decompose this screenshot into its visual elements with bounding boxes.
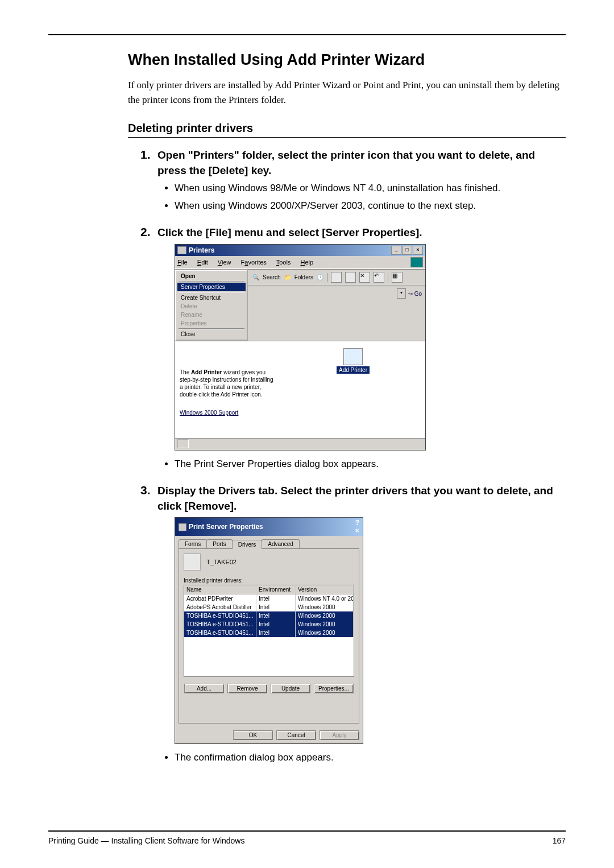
step-2: 2. Click the [File] menu and select [Ser…: [140, 225, 566, 478]
menu-item-properties: Properties: [177, 319, 246, 328]
menu-item-close[interactable]: Close: [177, 330, 246, 338]
views-icon[interactable]: ▦: [392, 272, 403, 283]
minimize-icon[interactable]: _: [391, 246, 401, 255]
intro-paragraph: If only printer drivers are installed by…: [128, 78, 566, 107]
print-server-properties-screenshot: Print Server Properties ? × Forms Ports …: [175, 517, 363, 744]
driver-row-selected[interactable]: TOSHIBA e-STUDIO451...IntelWindows 2000: [184, 620, 354, 629]
step-2-title: Click the [File] menu and select [Server…: [157, 225, 566, 241]
printer-wizard-icon: [343, 348, 363, 365]
tab-advanced[interactable]: Advanced: [262, 539, 299, 548]
driver-row[interactable]: AdobePS Acrobat DistillerIntelWindows 20…: [184, 603, 354, 611]
page-number: 167: [553, 836, 566, 845]
step-3-title: Display the Drivers tab. Select the prin…: [157, 483, 566, 514]
copy-icon[interactable]: [345, 272, 356, 283]
folders-icon[interactable]: 📁: [284, 274, 291, 280]
driver-row-selected[interactable]: TOSHIBA e-STUDIO451...IntelWindows 2000: [184, 629, 354, 637]
step-1: 1. Open "Printers" folder, select the pr…: [140, 148, 566, 220]
address-dropdown-icon[interactable]: ▾: [397, 288, 406, 299]
footer-rule: [48, 830, 566, 832]
info-pane-text: The Add Printer wizard gives you step-by…: [180, 369, 276, 398]
step-3: 3. Display the Drivers tab. Select the p…: [140, 483, 566, 771]
printers-window-screenshot: Printers _ □ × File Edit View Favorites: [175, 244, 426, 450]
go-button[interactable]: ↪ Go: [408, 291, 422, 297]
tab-ports[interactable]: Ports: [206, 539, 232, 548]
apply-button: Apply: [320, 730, 359, 740]
step-number: 3.: [140, 483, 157, 771]
step-1-bullet-1: When using Windows 98/Me or Windows NT 4…: [175, 181, 566, 196]
address-bar: ▾ ↪ Go: [248, 286, 425, 301]
add-printer-icon[interactable]: Add Printer: [337, 348, 370, 374]
undo-icon[interactable]: ↶: [374, 272, 384, 283]
search-label: Search: [263, 274, 281, 280]
col-environment[interactable]: Environment: [256, 585, 296, 594]
window-titlebar: Printers _ □ ×: [175, 245, 425, 256]
page-heading: When Installed Using Add Printer Wizard: [128, 51, 566, 69]
server-dialog-icon: [179, 523, 186, 531]
driver-row-selected[interactable]: TOSHIBA e-STUDIO451...IntelWindows 2000: [184, 611, 354, 620]
driver-row[interactable]: Acrobat PDFwriterIntelWindows NT 4.0 or …: [184, 594, 354, 603]
menu-tools[interactable]: Tools: [276, 259, 291, 266]
file-menu-dropdown: Open Server Properties Create Shortcut D…: [175, 270, 248, 341]
menu-file[interactable]: File: [177, 259, 188, 266]
col-version[interactable]: Version: [296, 585, 354, 594]
step-1-bullet-2: When using Windows 2000/XP/Server 2003, …: [175, 199, 566, 213]
window-title: Printers: [177, 246, 214, 255]
status-cell: [177, 439, 189, 448]
sub-rule: [128, 137, 566, 138]
printers-icon: [177, 246, 186, 254]
server-name-label: T_TAKE02: [206, 559, 237, 565]
step-3-note: The confirmation dialog box appears.: [175, 752, 566, 763]
drivers-list[interactable]: Name Environment Version Acrobat PDFwrit…: [184, 585, 354, 677]
dialog-titlebar: Print Server Properties ? ×: [175, 518, 363, 536]
menu-item-create-shortcut[interactable]: Create Shortcut: [177, 294, 246, 302]
close-icon[interactable]: ×: [413, 246, 423, 255]
subheading: Deleting printer drivers: [128, 122, 566, 135]
menu-item-server-properties[interactable]: Server Properties: [177, 283, 246, 291]
add-printer-label: Add Printer: [337, 366, 370, 374]
support-link[interactable]: Windows 2000 Support: [180, 410, 276, 416]
search-icon[interactable]: 🔍: [252, 274, 259, 280]
add-button[interactable]: Add...: [184, 684, 224, 693]
top-rule: [48, 34, 566, 35]
help-icon[interactable]: ?: [355, 519, 359, 527]
tab-drivers[interactable]: Drivers: [232, 540, 263, 549]
step-number: 1.: [140, 148, 157, 220]
step-number: 2.: [140, 225, 157, 478]
tab-row: Forms Ports Drivers Advanced: [179, 539, 359, 548]
maximize-icon[interactable]: □: [402, 246, 412, 255]
menu-bar: File Edit View Favorites Tools Help: [175, 256, 425, 269]
delete-icon[interactable]: ✕: [359, 272, 370, 283]
menu-item-rename: Rename: [177, 311, 246, 319]
drivers-list-label: Installed printer drivers:: [184, 577, 354, 584]
tab-forms[interactable]: Forms: [179, 539, 207, 548]
col-name[interactable]: Name: [184, 585, 256, 594]
dialog-title: Print Server Properties: [179, 523, 263, 531]
menu-view[interactable]: View: [218, 259, 231, 266]
update-button[interactable]: Update: [271, 684, 310, 693]
footer-left: Printing Guide — Installing Client Softw…: [48, 836, 244, 845]
status-bar: [175, 438, 425, 450]
server-icon: [184, 553, 201, 571]
remove-button[interactable]: Remove: [227, 684, 267, 693]
history-icon[interactable]: 🕓: [317, 274, 323, 280]
menu-favorites[interactable]: Favorites: [241, 259, 267, 266]
properties-button[interactable]: Properties...: [314, 684, 354, 693]
ok-button[interactable]: OK: [233, 730, 273, 740]
menu-edit[interactable]: Edit: [197, 259, 208, 266]
folders-label: Folders: [294, 274, 313, 280]
menu-item-open[interactable]: Open: [177, 272, 246, 280]
toolbar: 🔍Search 📁Folders 🕓 ✕ ↶ ▦: [248, 270, 425, 286]
move-icon[interactable]: [331, 272, 342, 283]
windows-logo-icon: [410, 257, 423, 267]
menu-item-delete: Delete: [177, 302, 246, 311]
cancel-button[interactable]: Cancel: [276, 730, 316, 740]
step-2-note: The Print Server Properties dialog box a…: [175, 458, 566, 470]
close-icon[interactable]: ×: [355, 527, 359, 535]
menu-help[interactable]: Help: [300, 259, 313, 266]
step-1-title: Open "Printers" folder, select the print…: [157, 148, 566, 178]
